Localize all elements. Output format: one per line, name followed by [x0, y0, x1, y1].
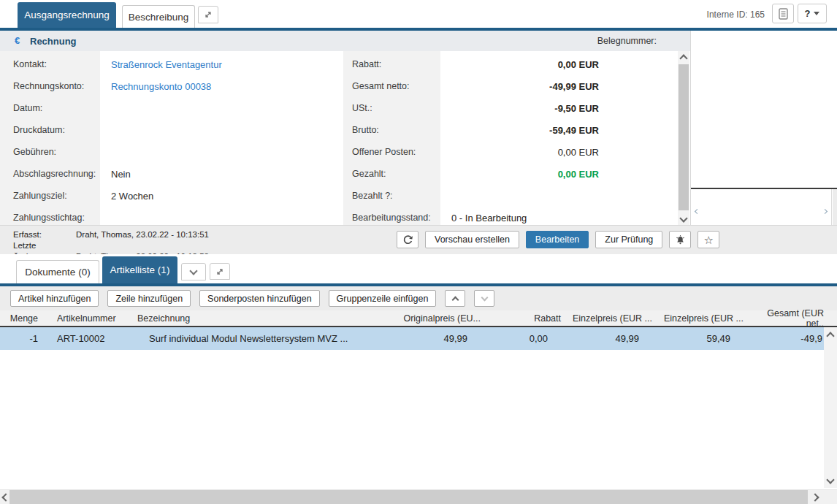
scroll-up-button[interactable]: [678, 51, 689, 63]
column-header-artikelnummer[interactable]: Artikelnummer: [38, 313, 126, 324]
scroll-down-button[interactable]: [678, 213, 689, 225]
scroll-right-button[interactable]: [811, 490, 820, 504]
cell-rabatt: 0,00: [473, 333, 554, 344]
refresh-button[interactable]: [397, 231, 418, 248]
help-dropdown-button[interactable]: ?: [798, 4, 827, 23]
record-status-bar: Erfasst:Draht, Thomas, 23.02.22 - 10:13:…: [0, 225, 837, 254]
horizontal-scrollbar[interactable]: [0, 489, 837, 504]
tab-artikelliste[interactable]: Artikelliste (1): [102, 256, 177, 283]
field-label: Gezahlt:: [343, 169, 440, 179]
side-panel-edge: [833, 189, 837, 225]
chevron-down-icon: [826, 476, 834, 484]
document-icon: [779, 8, 788, 20]
artikel-hinzufuegen-button[interactable]: Artikel hinzufügen: [10, 290, 99, 307]
tab-expand-button[interactable]: [198, 6, 218, 23]
zeile-hinzufuegen-button[interactable]: Zeile hinzufügen: [107, 290, 191, 307]
field-label: Datum:: [0, 103, 100, 113]
scroll-up-button[interactable]: [824, 329, 837, 340]
kontakt-link[interactable]: Straßenrock Eventagentur: [111, 59, 222, 70]
zur-pruefung-button[interactable]: Zur Prüfung: [595, 231, 662, 248]
field-group-left: Kontakt: Straßenrock Eventagentur Rechnu…: [0, 53, 343, 225]
field-row-gebuehren: Gebühren:: [0, 141, 343, 163]
chevron-down-icon: [481, 294, 488, 301]
vorschau-erstellen-button[interactable]: Vorschau erstellen: [425, 231, 519, 248]
field-value-amount: -49,99 EUR: [440, 81, 599, 92]
field-row-gesamt-netto: Gesamt netto: -49,99 EUR: [343, 75, 599, 97]
column-header-einzelpreis-1[interactable]: Einzelpreis (EUR ...: [567, 313, 658, 324]
tab-dokumente[interactable]: Dokumente (0): [16, 260, 99, 283]
tab-more-dropdown[interactable]: [181, 263, 206, 280]
chevron-left-icon: [1, 493, 9, 501]
help-icon: ?: [805, 8, 811, 19]
scroll-down-button[interactable]: [824, 475, 837, 486]
article-table-header: Menge Artikelnummer Bezeichnung Original…: [0, 310, 837, 327]
field-row-kontakt: Kontakt: Straßenrock Eventagentur: [0, 53, 343, 75]
field-value-amount: 0,00 EUR: [440, 147, 599, 158]
belegnummer-label: Belegnummer:: [597, 36, 657, 46]
erfasst-value: Draht, Thomas, 23.02.22 - 10:13:51: [76, 230, 209, 239]
field-row-zahlungsziel: Zahlungsziel: 2 Wochen: [0, 185, 343, 207]
action-button-group: Vorschau erstellen Bearbeiten Zur Prüfun…: [397, 231, 719, 248]
field-row-druckdatum: Druckdatum:: [0, 119, 343, 141]
chevron-right-icon[interactable]: [822, 209, 828, 214]
field-row-datum: Datum:: [0, 97, 343, 119]
cell-menge: -1: [0, 333, 38, 344]
gruppenzeile-einfuegen-button[interactable]: Gruppenzeile einfügen: [329, 290, 437, 307]
chevron-down-icon: [679, 214, 687, 222]
sonderposten-hinzufuegen-button[interactable]: Sonderposten hinzufügen: [199, 290, 319, 307]
field-value-amount-paid: 0,00 EUR: [440, 169, 599, 180]
form-scrollbar[interactable]: [678, 51, 689, 225]
column-header-originalpreis[interactable]: Originalpreis (EU...: [399, 313, 486, 324]
notification-button[interactable]: [669, 231, 691, 248]
interne-id-label: Interne ID: 165: [707, 9, 765, 20]
field-row-offener-posten: Offener Posten: 0,00 EUR: [343, 141, 599, 163]
app-window: Ausgangsrechnung Beschreibung Interne ID…: [0, 0, 837, 504]
move-row-down-button[interactable]: [474, 290, 494, 307]
invoice-pane-header: € Rechnung Belegnummer:: [0, 31, 690, 51]
field-label: Bearbeitungsstand:: [343, 213, 440, 223]
bearbeiten-button[interactable]: Bearbeiten: [526, 231, 589, 248]
field-label: Gesamt netto:: [343, 81, 440, 91]
bell-icon: [675, 234, 686, 245]
chevron-left-icon[interactable]: [695, 209, 700, 214]
invoice-pane-title: Rechnung: [30, 36, 77, 47]
cell-einzelpreis-1: 49,99: [554, 333, 645, 344]
field-value-amount: -9,50 EUR: [440, 103, 599, 114]
column-header-bezeichnung[interactable]: Bezeichnung: [126, 313, 399, 324]
table-row-selected[interactable]: -1 ART-10002 Surf individual Modul Newsl…: [0, 327, 824, 350]
field-label: Offener Posten:: [343, 147, 440, 157]
tab-ausgangsrechnung[interactable]: Ausgangsrechnung: [18, 2, 116, 28]
favorite-button[interactable]: ☆: [698, 231, 719, 248]
column-header-menge[interactable]: Menge: [0, 313, 38, 324]
cell-bezeichnung: Surf individual Modul Newslettersystem M…: [126, 333, 386, 344]
field-value: Nein: [111, 169, 131, 180]
invoice-pane: € Rechnung Belegnummer: Kontakt: Straßen…: [0, 31, 691, 225]
field-label: Bezahlt ?:: [343, 191, 440, 201]
euro-icon: €: [15, 35, 20, 46]
field-label: Abschlagsrechnung:: [0, 169, 100, 179]
column-header-rabatt[interactable]: Rabatt: [486, 313, 567, 324]
chevron-down-icon: [814, 12, 819, 15]
move-row-up-button[interactable]: [445, 290, 465, 307]
erfasst-label: Erfasst:: [13, 229, 76, 240]
field-row-zahlungsstichtag: Zahlungsstichtag:: [0, 207, 343, 225]
column-header-gesamt[interactable]: Gesamt (EUR net..: [749, 308, 837, 329]
chevron-up-icon: [826, 332, 834, 340]
scrollbar-thumb[interactable]: [9, 490, 808, 504]
star-icon: ☆: [704, 234, 714, 245]
table-scrollbar[interactable]: [824, 327, 837, 488]
rechnungskonto-link[interactable]: Rechnungskonto 00038: [111, 81, 211, 92]
detail-expand-button[interactable]: [210, 263, 230, 280]
document-icon-button[interactable]: [772, 4, 794, 23]
scrollbar-thumb[interactable]: [679, 64, 689, 210]
field-group-right: Rabatt: 0,00 EUR Gesamt netto: -49,99 EU…: [343, 53, 599, 225]
field-row-rabatt: Rabatt: 0,00 EUR: [343, 53, 599, 75]
tab-beschreibung[interactable]: Beschreibung: [122, 5, 195, 28]
field-label: Brutto:: [343, 125, 440, 135]
scroll-left-button[interactable]: [0, 490, 9, 504]
article-toolbar-buttons: Artikel hinzufügen Zeile hinzufügen Sond…: [10, 290, 494, 307]
expand-icon: [215, 267, 224, 276]
field-label: Rabatt:: [343, 59, 440, 69]
field-label: Rechnungskonto:: [0, 81, 100, 91]
column-header-einzelpreis-2[interactable]: Einzelpreis (EUR ...: [658, 313, 749, 324]
